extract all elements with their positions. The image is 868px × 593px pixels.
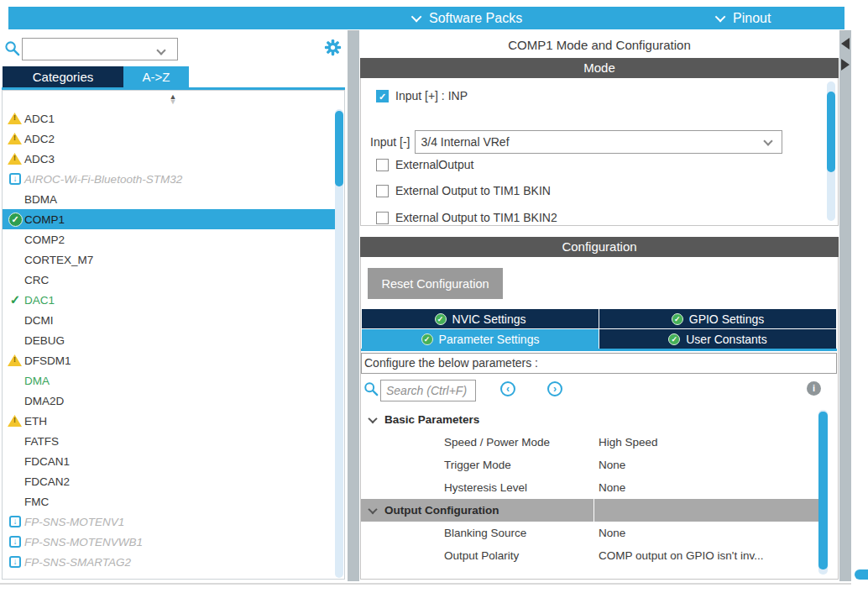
- pinout-menu[interactable]: Pinout: [718, 7, 771, 29]
- expand-right-icon[interactable]: [841, 59, 850, 71]
- param-row-output-polarity[interactable]: Output PolarityCOMP output on GPIO isn't…: [361, 544, 822, 567]
- collapse-left-icon[interactable]: [841, 38, 850, 50]
- param-row-blanking-source[interactable]: Blanking SourceNone: [361, 522, 822, 544]
- param-row-hysteresis-level[interactable]: Hysteresis LevelNone: [361, 476, 822, 499]
- chevron-down-icon: [715, 12, 726, 23]
- param-value[interactable]: None: [599, 481, 808, 494]
- software-packs-menu[interactable]: Software Packs: [414, 7, 522, 29]
- sidebar-item-label: FP-SNS-MOTENVWB1: [24, 536, 143, 548]
- sidebar-item-airoc-wi-fi-bluetooth-stm32[interactable]: ↓AIROC-Wi-Fi-Bluetooth-STM32: [3, 169, 337, 189]
- input-minus-value: 3/4 Internal VRef: [421, 135, 509, 149]
- gear-icon[interactable]: [324, 39, 342, 56]
- warning-icon: !: [6, 131, 24, 146]
- sidebar-item-label: BDMA: [24, 193, 57, 206]
- param-row-trigger-mode[interactable]: Trigger ModeNone: [361, 454, 822, 476]
- sidebar-item-bdma[interactable]: BDMA: [3, 189, 337, 209]
- sidebar-item-fp-sns-motenv1[interactable]: ↓FP-SNS-MOTENV1: [3, 512, 337, 532]
- param-value[interactable]: COMP output on GPIO isn't inv...: [599, 549, 808, 562]
- sidebar-item-fdcan2[interactable]: FDCAN2: [3, 471, 337, 491]
- sidebar-item-fdcan1[interactable]: FDCAN1: [3, 451, 337, 471]
- sidebar-item-comp1[interactable]: ✓COMP1: [3, 209, 337, 229]
- sidebar-item-label: DAC1: [24, 294, 55, 307]
- config-tab-parameter-settings[interactable]: ✓Parameter Settings: [362, 329, 599, 349]
- parameters-scrollbar[interactable]: [818, 410, 828, 575]
- horizontal-scrollbar-thumb[interactable]: [855, 569, 868, 580]
- mode-scrollbar-thumb[interactable]: [827, 92, 835, 172]
- peripheral-list: ▲ ▼ !ADC1!ADC2!ADC3↓AIROC-Wi-Fi-Bluetoot…: [2, 90, 345, 580]
- ext-output-tim1-bkin-checkbox[interactable]: [376, 185, 389, 197]
- sidebar-item-label: FDCAN2: [24, 475, 70, 488]
- sidebar-item-fmc[interactable]: FMC: [3, 491, 337, 512]
- no-icon: [6, 312, 24, 328]
- config-tab-gpio-settings[interactable]: ✓GPIO Settings: [599, 309, 836, 328]
- software-packs-label: Software Packs: [429, 11, 522, 26]
- sidebar-item-debug[interactable]: DEBUG: [3, 330, 337, 350]
- no-icon: [6, 474, 24, 489]
- parameters-scrollbar-thumb[interactable]: [818, 412, 828, 569]
- param-key: Blanking Source: [444, 527, 599, 539]
- sidebar-tabs: CategoriesA->Z: [3, 66, 189, 87]
- param-group-label: Output Configuration: [384, 504, 499, 517]
- config-tab-user-constants[interactable]: ✓User Constants: [599, 329, 836, 349]
- ext-output-tim1-bkin-row[interactable]: External Output to TIM1 BKIN: [376, 184, 551, 197]
- info-icon[interactable]: i: [807, 381, 821, 396]
- no-icon: [6, 393, 24, 408]
- panel-divider[interactable]: [348, 30, 359, 581]
- chevron-down-icon[interactable]: [368, 504, 377, 513]
- external-output-row[interactable]: ExternalOutput: [376, 158, 473, 171]
- configuration-tabs: ✓NVIC Settings✓GPIO Settings✓Parameter S…: [362, 309, 836, 349]
- param-row-speed-power-mode[interactable]: Speed / Power ModeHigh Speed: [361, 431, 822, 454]
- sidebar-item-adc1[interactable]: !ADC1: [3, 108, 337, 129]
- sidebar-item-eth[interactable]: !ETH: [3, 411, 337, 431]
- external-output-checkbox[interactable]: [376, 159, 389, 171]
- peripheral-search-input[interactable]: [22, 38, 178, 60]
- list-scrollbar-thumb[interactable]: [335, 111, 343, 186]
- input-minus-row: Input [-] 3/4 Internal VRef: [370, 130, 782, 154]
- list-scrollbar[interactable]: [335, 109, 343, 578]
- parameter-search-input[interactable]: [380, 380, 476, 401]
- search-previous-button[interactable]: ‹: [500, 381, 515, 396]
- reset-configuration-button[interactable]: Reset Configuration: [368, 268, 503, 299]
- param-group-output-configuration[interactable]: Output Configuration: [361, 499, 822, 522]
- sidebar-item-fp-sns-smartag2[interactable]: ↓FP-SNS-SMARTAG2: [3, 552, 337, 572]
- warning-icon: !: [6, 111, 24, 126]
- no-icon: [6, 232, 24, 247]
- sidebar-item-label: COMP1: [24, 213, 65, 226]
- sidebar-item-label: CRC: [24, 274, 49, 286]
- configuration-section-body: Reset Configuration ✓NVIC Settings✓GPIO …: [360, 257, 839, 580]
- input-minus-select[interactable]: 3/4 Internal VRef: [415, 130, 782, 154]
- sidebar-item-comp2[interactable]: COMP2: [3, 229, 337, 249]
- ext-output-tim1-bkin2-row[interactable]: External Output to TIM1 BKIN2: [376, 211, 557, 224]
- input-plus-label: Input [+] : INP: [395, 89, 468, 102]
- sort-toggle[interactable]: ▲ ▼: [168, 94, 178, 104]
- sidebar-item-label: DEBUG: [24, 334, 65, 347]
- sidebar-item-adc3[interactable]: !ADC3: [3, 149, 337, 169]
- param-value[interactable]: High Speed: [599, 436, 808, 449]
- sidebar-item-fp-sns-motenvwb1[interactable]: ↓FP-SNS-MOTENVWB1: [3, 532, 337, 552]
- sidebar-item-dfsdm1[interactable]: !DFSDM1: [3, 350, 337, 370]
- sidebar-item-dma2d[interactable]: DMA2D: [3, 391, 337, 411]
- mode-section-body: ✓ Input [+] : INP Input [-] 3/4 Internal…: [360, 78, 839, 226]
- sidebar-item-fatfs[interactable]: FATFS: [3, 431, 337, 451]
- search-icon: [363, 381, 379, 396]
- param-value[interactable]: None: [599, 459, 808, 471]
- chevron-down-icon[interactable]: [368, 413, 377, 422]
- sidebar-item-crc[interactable]: CRC: [3, 270, 337, 290]
- sidebar-tab-a-z[interactable]: A->Z: [123, 66, 189, 87]
- ext-output-tim1-bkin2-checkbox[interactable]: [376, 212, 389, 224]
- param-group-basic-parameters[interactable]: Basic Parameters: [361, 408, 822, 431]
- search-next-button[interactable]: ›: [547, 381, 562, 396]
- config-tab-nvic-settings[interactable]: ✓NVIC Settings: [362, 309, 599, 328]
- input-plus-checkbox[interactable]: ✓: [376, 90, 389, 102]
- sidebar-item-dcmi[interactable]: DCMI: [3, 310, 337, 330]
- mode-scrollbar[interactable]: [827, 81, 835, 221]
- sidebar-tab-categories[interactable]: Categories: [3, 66, 123, 87]
- input-plus-row[interactable]: ✓ Input [+] : INP: [376, 89, 468, 102]
- sidebar-item-cortex-m7[interactable]: CORTEX_M7: [3, 249, 337, 270]
- sidebar-item-dac1[interactable]: ✓DAC1: [3, 290, 337, 310]
- sidebar-item-label: ETH: [24, 415, 47, 428]
- no-icon: [6, 192, 24, 207]
- sidebar-item-dma[interactable]: DMA: [3, 370, 337, 391]
- sidebar-item-adc2[interactable]: !ADC2: [3, 129, 337, 149]
- param-value[interactable]: None: [599, 527, 808, 539]
